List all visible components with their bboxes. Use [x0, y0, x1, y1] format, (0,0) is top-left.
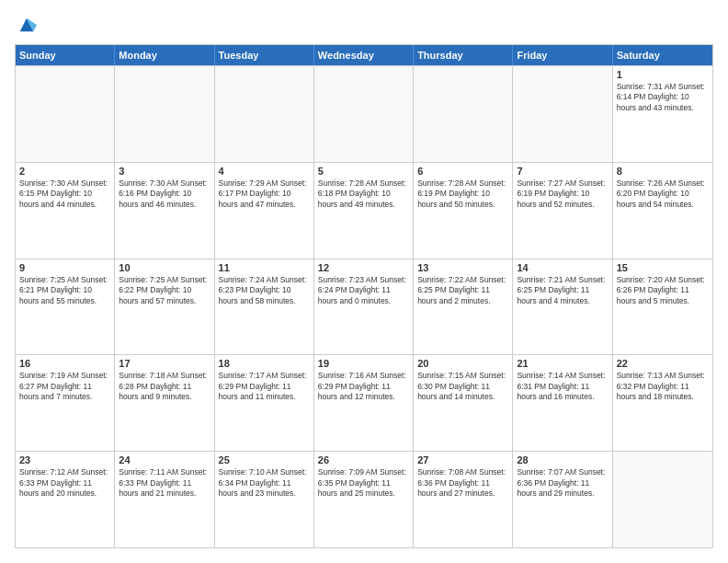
day-info: Sunrise: 7:10 AM Sunset: 6:34 PM Dayligh… [219, 467, 310, 499]
day-number: 23 [19, 454, 110, 465]
calendar-cell [613, 452, 712, 547]
day-number: 15 [617, 262, 709, 273]
calendar-cell: 1Sunrise: 7:31 AM Sunset: 6:14 PM Daylig… [613, 66, 712, 162]
calendar-cell: 5Sunrise: 7:28 AM Sunset: 6:18 PM Daylig… [314, 163, 414, 259]
calendar-cell: 13Sunrise: 7:22 AM Sunset: 6:25 PM Dayli… [414, 259, 513, 355]
calendar-cell [513, 66, 612, 162]
day-number: 13 [417, 262, 508, 273]
day-info: Sunrise: 7:30 AM Sunset: 6:16 PM Dayligh… [119, 178, 210, 210]
calendar-cell: 12Sunrise: 7:23 AM Sunset: 6:24 PM Dayli… [314, 259, 414, 355]
calendar-week-4: 23Sunrise: 7:12 AM Sunset: 6:33 PM Dayli… [16, 451, 712, 547]
calendar-cell: 15Sunrise: 7:20 AM Sunset: 6:26 PM Dayli… [613, 259, 712, 355]
calendar-cell [414, 66, 513, 162]
day-info: Sunrise: 7:23 AM Sunset: 6:24 PM Dayligh… [318, 275, 409, 306]
page: Sunday Monday Tuesday Wednesday Thursday… [0, 0, 728, 563]
day-number: 6 [417, 166, 508, 177]
header-friday: Friday [513, 45, 612, 65]
day-number: 18 [219, 358, 310, 369]
day-number: 11 [219, 262, 310, 273]
calendar-week-2: 9Sunrise: 7:25 AM Sunset: 6:21 PM Daylig… [16, 259, 712, 355]
day-info: Sunrise: 7:29 AM Sunset: 6:17 PM Dayligh… [219, 178, 310, 210]
calendar-cell: 22Sunrise: 7:13 AM Sunset: 6:32 PM Dayli… [613, 355, 712, 451]
day-number: 19 [318, 358, 409, 369]
day-info: Sunrise: 7:09 AM Sunset: 6:35 PM Dayligh… [318, 467, 409, 499]
calendar-cell [16, 66, 115, 162]
day-number: 20 [417, 358, 508, 369]
day-number: 24 [119, 454, 210, 465]
day-info: Sunrise: 7:14 AM Sunset: 6:31 PM Dayligh… [517, 371, 608, 402]
calendar-cell: 28Sunrise: 7:07 AM Sunset: 6:36 PM Dayli… [513, 452, 612, 547]
calendar-cell: 7Sunrise: 7:27 AM Sunset: 6:19 PM Daylig… [513, 163, 612, 259]
header-wednesday: Wednesday [314, 45, 414, 65]
day-number: 26 [318, 454, 409, 465]
header-monday: Monday [115, 45, 214, 65]
day-info: Sunrise: 7:25 AM Sunset: 6:21 PM Dayligh… [19, 275, 110, 306]
day-number: 5 [318, 166, 409, 177]
day-info: Sunrise: 7:30 AM Sunset: 6:15 PM Dayligh… [19, 178, 110, 210]
day-number: 9 [19, 262, 110, 273]
day-info: Sunrise: 7:16 AM Sunset: 6:29 PM Dayligh… [318, 371, 409, 402]
day-info: Sunrise: 7:21 AM Sunset: 6:25 PM Dayligh… [517, 275, 608, 306]
day-info: Sunrise: 7:26 AM Sunset: 6:20 PM Dayligh… [617, 178, 709, 210]
calendar-week-3: 16Sunrise: 7:19 AM Sunset: 6:27 PM Dayli… [16, 354, 712, 451]
calendar: Sunday Monday Tuesday Wednesday Thursday… [15, 44, 713, 548]
calendar-cell: 23Sunrise: 7:12 AM Sunset: 6:33 PM Dayli… [16, 452, 115, 547]
day-info: Sunrise: 7:08 AM Sunset: 6:36 PM Dayligh… [417, 467, 508, 499]
day-number: 14 [517, 262, 608, 273]
calendar-cell: 25Sunrise: 7:10 AM Sunset: 6:34 PM Dayli… [215, 452, 314, 547]
logo-text [15, 15, 37, 35]
header-sunday: Sunday [16, 45, 115, 65]
calendar-cell: 21Sunrise: 7:14 AM Sunset: 6:31 PM Dayli… [513, 355, 612, 451]
day-info: Sunrise: 7:28 AM Sunset: 6:18 PM Dayligh… [318, 178, 409, 210]
day-info: Sunrise: 7:27 AM Sunset: 6:19 PM Dayligh… [517, 178, 608, 210]
calendar-cell [115, 66, 214, 162]
calendar-cell [314, 66, 414, 162]
day-number: 10 [119, 262, 210, 273]
calendar-cell: 2Sunrise: 7:30 AM Sunset: 6:15 PM Daylig… [16, 163, 115, 259]
calendar-cell: 6Sunrise: 7:28 AM Sunset: 6:19 PM Daylig… [414, 163, 513, 259]
calendar-cell: 11Sunrise: 7:24 AM Sunset: 6:23 PM Dayli… [215, 259, 314, 355]
day-number: 27 [417, 454, 508, 465]
day-number: 17 [119, 358, 210, 369]
calendar-cell [215, 66, 314, 162]
day-number: 21 [517, 358, 608, 369]
logo-icon [17, 15, 37, 35]
calendar-cell: 14Sunrise: 7:21 AM Sunset: 6:25 PM Dayli… [513, 259, 612, 355]
day-number: 25 [219, 454, 310, 465]
calendar-week-1: 2Sunrise: 7:30 AM Sunset: 6:15 PM Daylig… [16, 162, 712, 259]
day-info: Sunrise: 7:19 AM Sunset: 6:27 PM Dayligh… [19, 371, 110, 402]
header-tuesday: Tuesday [215, 45, 314, 65]
logo [15, 15, 37, 35]
day-number: 28 [517, 454, 608, 465]
calendar-cell: 24Sunrise: 7:11 AM Sunset: 6:33 PM Dayli… [115, 452, 214, 547]
day-info: Sunrise: 7:22 AM Sunset: 6:25 PM Dayligh… [417, 275, 508, 306]
day-number: 1 [617, 69, 709, 80]
calendar-cell: 9Sunrise: 7:25 AM Sunset: 6:21 PM Daylig… [16, 259, 115, 355]
day-number: 4 [219, 166, 310, 177]
day-info: Sunrise: 7:18 AM Sunset: 6:28 PM Dayligh… [119, 371, 210, 402]
day-info: Sunrise: 7:07 AM Sunset: 6:36 PM Dayligh… [517, 467, 608, 499]
day-info: Sunrise: 7:28 AM Sunset: 6:19 PM Dayligh… [417, 178, 508, 210]
day-info: Sunrise: 7:17 AM Sunset: 6:29 PM Dayligh… [219, 371, 310, 402]
day-number: 2 [19, 166, 110, 177]
calendar-cell: 19Sunrise: 7:16 AM Sunset: 6:29 PM Dayli… [314, 355, 414, 451]
calendar-body: 1Sunrise: 7:31 AM Sunset: 6:14 PM Daylig… [16, 65, 712, 547]
day-info: Sunrise: 7:15 AM Sunset: 6:30 PM Dayligh… [417, 371, 508, 402]
calendar-cell: 16Sunrise: 7:19 AM Sunset: 6:27 PM Dayli… [16, 355, 115, 451]
calendar-cell: 27Sunrise: 7:08 AM Sunset: 6:36 PM Dayli… [414, 452, 513, 547]
day-number: 22 [617, 358, 709, 369]
day-info: Sunrise: 7:12 AM Sunset: 6:33 PM Dayligh… [19, 467, 110, 499]
calendar-cell: 10Sunrise: 7:25 AM Sunset: 6:22 PM Dayli… [115, 259, 214, 355]
calendar-cell: 17Sunrise: 7:18 AM Sunset: 6:28 PM Dayli… [115, 355, 214, 451]
day-number: 16 [19, 358, 110, 369]
day-info: Sunrise: 7:13 AM Sunset: 6:32 PM Dayligh… [617, 371, 709, 402]
day-info: Sunrise: 7:25 AM Sunset: 6:22 PM Dayligh… [119, 275, 210, 306]
day-number: 12 [318, 262, 409, 273]
calendar-week-0: 1Sunrise: 7:31 AM Sunset: 6:14 PM Daylig… [16, 65, 712, 162]
day-number: 8 [617, 166, 709, 177]
calendar-cell: 20Sunrise: 7:15 AM Sunset: 6:30 PM Dayli… [414, 355, 513, 451]
day-number: 3 [119, 166, 210, 177]
header [15, 15, 713, 35]
header-thursday: Thursday [414, 45, 513, 65]
day-info: Sunrise: 7:20 AM Sunset: 6:26 PM Dayligh… [617, 275, 709, 306]
